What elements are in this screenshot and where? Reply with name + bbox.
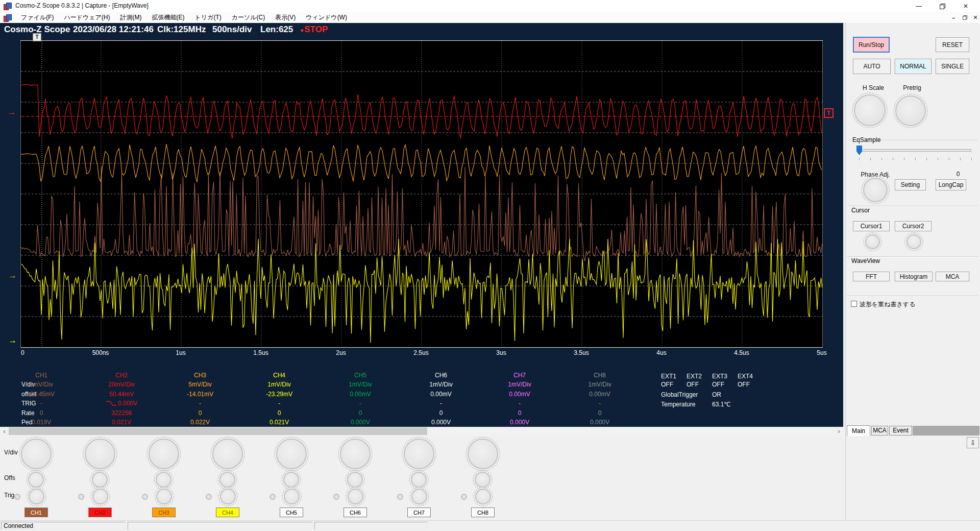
scope-timebase: 500ns/div [212, 25, 252, 35]
control-column-ch5: CH5 [260, 436, 323, 520]
menu-measure[interactable]: 計測(M) [115, 12, 147, 23]
vdiv-knob-ch6[interactable] [340, 439, 371, 469]
mca-button[interactable]: MCA [936, 272, 969, 281]
trig-knob-ch2[interactable] [92, 489, 108, 504]
offset-knob-ch5[interactable] [283, 472, 299, 488]
horizontal-scrollbar[interactable]: ‹ › [0, 427, 843, 436]
vdiv-value: 1mV/Div [11, 380, 72, 389]
vdiv-knob-ch4[interactable] [212, 439, 243, 469]
channel-button-ch3[interactable]: CH3 [152, 508, 176, 517]
channel-button-ch7[interactable]: CH7 [407, 508, 431, 517]
menu-file[interactable]: ファイル(F) [16, 12, 59, 23]
trig-knob-ch6[interactable] [348, 489, 363, 504]
menu-trigger[interactable]: トリガ(T) [190, 12, 227, 23]
channel-button-ch8[interactable]: CH8 [471, 508, 495, 517]
ped-value: 0.000V [569, 418, 630, 427]
mdi-minimize-icon[interactable]: – [948, 13, 959, 22]
ch4-position-arrow[interactable]: → [8, 337, 17, 344]
close-icon[interactable]: ✕ [954, 0, 977, 12]
trig-led-ch8 [461, 494, 467, 500]
offset-knob-ch4[interactable] [219, 472, 235, 488]
scroll-left-icon[interactable]: ‹ [0, 427, 9, 436]
menu-extensions[interactable]: 拡張機能(E) [147, 12, 190, 23]
menu-view[interactable]: 表示(V) [270, 12, 301, 23]
scrollbar-thumb[interactable] [9, 427, 427, 435]
cursor1-button[interactable]: Cursor1 [853, 221, 890, 231]
eqsample-tick-4 [904, 158, 904, 160]
phase-adj-knob[interactable] [863, 178, 888, 202]
pretrig-knob[interactable] [895, 95, 926, 126]
ch2-position-arrow[interactable]: → [7, 109, 16, 116]
channel-button-ch2[interactable]: CH2 [88, 508, 112, 517]
restore-icon[interactable] [931, 0, 953, 12]
single-trigger-button[interactable]: SINGLE [936, 59, 969, 74]
trig-knob-ch5[interactable] [284, 489, 300, 504]
trig-led-ch3 [142, 494, 148, 500]
eqsample-tick-1 [870, 158, 871, 160]
channel-info-ch6: CH61mV/Div0.00mV-00.000V [410, 371, 472, 427]
control-column-ch8: CH8 [451, 436, 514, 520]
trigger-position-marker[interactable]: T [33, 33, 41, 41]
reset-button[interactable]: RESET [936, 37, 969, 52]
h-scale-knob[interactable] [854, 94, 886, 126]
vdiv-knob-ch3[interactable] [149, 439, 179, 469]
falling-edge-trigger-icon [106, 400, 117, 406]
vdiv-knob-ch7[interactable] [404, 439, 434, 469]
fft-button[interactable]: FFT [853, 272, 890, 281]
offset-knob-ch1[interactable] [28, 472, 44, 488]
channel-button-ch6[interactable]: CH6 [344, 508, 367, 517]
eqsample-tick-8 [949, 158, 949, 160]
cursor1-knob[interactable] [865, 234, 880, 249]
offset-knob-ch7[interactable] [411, 472, 427, 488]
detach-panel-button[interactable]: ⇩ [967, 437, 979, 448]
trig-knob-ch4[interactable] [220, 489, 236, 504]
tab-main[interactable]: Main [847, 425, 870, 436]
channel-button-ch4[interactable]: CH4 [216, 508, 239, 517]
waveform-plot[interactable] [20, 40, 823, 348]
overlay-checkbox[interactable] [851, 301, 857, 307]
eqsample-slider-track[interactable] [857, 149, 971, 152]
trig-knob-ch1[interactable] [29, 489, 44, 504]
menu-cursor[interactable]: カーソル(C) [227, 12, 271, 23]
cursor2-button[interactable]: Cursor2 [895, 221, 932, 231]
vdiv-knob-ch2[interactable] [85, 439, 115, 469]
auto-trigger-button[interactable]: AUTO [853, 59, 891, 74]
mdi-restore-icon[interactable] [961, 14, 969, 21]
offset-knob-ch8[interactable] [475, 472, 491, 488]
vdiv-knob-ch8[interactable] [468, 439, 498, 469]
offset-knob-ch6[interactable] [347, 472, 363, 488]
overlay-checkbox-label: 波形を重ね書きする [860, 300, 915, 309]
channel-button-ch1[interactable]: CH1 [24, 508, 48, 517]
mdi-close-icon[interactable]: ✕ [970, 13, 980, 22]
setting-button[interactable]: Setting [895, 179, 926, 190]
normal-trigger-button[interactable]: NORMAL [895, 59, 932, 74]
scroll-right-icon[interactable]: › [835, 427, 843, 436]
time-tick-9: 4.5us [721, 349, 762, 356]
ch1-position-arrow[interactable]: → [8, 272, 17, 279]
cursor2-knob[interactable] [906, 234, 921, 249]
trigger-level-marker[interactable]: T [824, 108, 834, 118]
channel-name: CH1 [11, 371, 72, 380]
tab-mca[interactable]: MCA [871, 426, 888, 436]
trig-knob-ch7[interactable] [411, 489, 427, 504]
channel-button-ch5[interactable]: CH5 [280, 508, 303, 517]
longcap-button[interactable]: LongCap [936, 179, 966, 190]
vdiv-knob-ch5[interactable] [276, 439, 307, 469]
trig-led-ch5 [270, 494, 276, 500]
trace-ch2 [21, 84, 822, 138]
trig-knob-ch3[interactable] [156, 489, 172, 504]
offset-knob-ch2[interactable] [92, 472, 108, 488]
minimize-icon[interactable]: — [908, 0, 930, 12]
rate-value: 0 [569, 408, 630, 418]
trig-led-ch7 [397, 494, 403, 500]
offset-knob-ch3[interactable] [156, 472, 172, 488]
eqsample-slider-thumb[interactable] [856, 146, 862, 155]
tab-event[interactable]: Event [889, 426, 912, 436]
run-stop-button[interactable]: Run/Stop [853, 37, 890, 53]
vdiv-value: 1mV/Div [330, 380, 391, 389]
menu-window[interactable]: ウィンドウ(W) [301, 12, 352, 23]
menu-hardware[interactable]: ハードウェア(H) [59, 12, 115, 23]
trig-knob-ch8[interactable] [475, 489, 491, 504]
histogram-button[interactable]: Histogram [895, 272, 933, 281]
vdiv-knob-ch1[interactable] [21, 439, 52, 469]
